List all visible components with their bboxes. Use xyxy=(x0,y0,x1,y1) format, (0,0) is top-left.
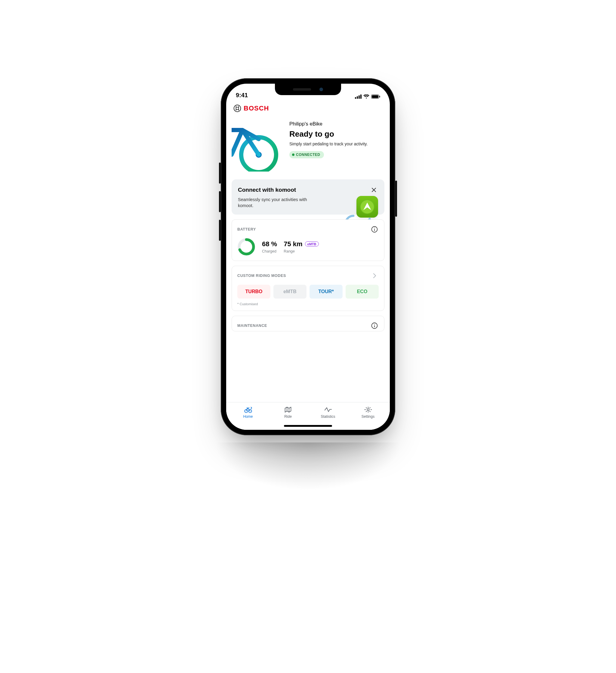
hero-section: Philipp's eBike Ready to go Simply start… xyxy=(232,119,384,175)
close-komoot-card-button[interactable] xyxy=(370,186,378,194)
svg-rect-5 xyxy=(372,95,378,98)
tab-ride[interactable]: Ride xyxy=(268,406,308,419)
svg-point-14 xyxy=(374,228,375,228)
status-time: 9:41 xyxy=(236,92,248,99)
bosch-mark-icon xyxy=(233,104,241,112)
close-icon xyxy=(371,187,377,193)
maintenance-info-button[interactable] xyxy=(370,321,379,330)
svg-rect-0 xyxy=(355,97,356,99)
riding-modes-footnote: * Customised xyxy=(237,302,379,306)
mode-eco[interactable]: ECO xyxy=(346,285,379,298)
battery-section-label: BATTERY xyxy=(237,227,256,231)
home-tab-icon xyxy=(244,406,253,413)
maintenance-section-label: MAINTENANCE xyxy=(237,323,267,328)
connection-status-badge: CONNECTED xyxy=(289,151,324,158)
brand-name: BOSCH xyxy=(244,104,269,112)
svg-point-7 xyxy=(234,105,241,112)
battery-range-stat: 75 km eMTB Range xyxy=(284,240,319,253)
tab-statistics[interactable]: Statistics xyxy=(308,406,348,419)
svg-rect-3 xyxy=(360,94,361,99)
ebike-name: Philipp's eBike xyxy=(289,121,384,127)
brand-logo: BOSCH xyxy=(233,104,269,112)
battery-range-label: Range xyxy=(284,249,319,253)
cellular-icon xyxy=(355,94,361,99)
battery-range-mode-tag: eMTB xyxy=(305,241,319,246)
statistics-tab-icon xyxy=(324,406,333,413)
mode-turbo[interactable]: TURBO xyxy=(237,285,270,298)
home-content[interactable]: Philipp's eBike Ready to go Simply start… xyxy=(226,118,390,402)
battery-percent-value: 68 % xyxy=(262,240,277,248)
tab-ride-label: Ride xyxy=(284,415,292,419)
ebike-illustration xyxy=(232,121,286,172)
battery-ring-icon xyxy=(237,238,255,256)
svg-rect-1 xyxy=(357,96,358,99)
status-right-icons xyxy=(355,94,380,99)
mode-emtb[interactable]: eMTB xyxy=(273,285,306,298)
floor-reflection xyxy=(176,442,440,605)
chevron-right-icon xyxy=(372,273,377,279)
komoot-connect-card[interactable]: Connect with komoot Seamlessly sync your… xyxy=(232,179,384,215)
phone-screen: 9:41 BOSCH xyxy=(226,84,390,430)
hero-title: Ready to go xyxy=(289,130,384,139)
riding-modes-section-label: CUSTOM RIDING MODES xyxy=(237,274,286,278)
mode-tour[interactable]: TOUR* xyxy=(310,285,343,298)
phone-notch xyxy=(275,84,341,95)
phone-mockup-frame: 9:41 BOSCH xyxy=(221,78,395,435)
settings-tab-icon xyxy=(364,406,373,413)
tab-home-label: Home xyxy=(243,415,253,419)
svg-rect-6 xyxy=(379,96,380,97)
wifi-icon xyxy=(363,94,369,99)
battery-percent-label: Charged xyxy=(262,249,277,253)
battery-icon xyxy=(371,94,380,99)
battery-card[interactable]: BATTERY 68 % Charged xyxy=(232,219,384,261)
app-header: BOSCH xyxy=(226,99,390,118)
maintenance-card[interactable]: MAINTENANCE xyxy=(232,316,384,331)
komoot-card-title: Connect with komoot xyxy=(238,187,296,193)
svg-rect-2 xyxy=(358,95,360,99)
battery-info-button[interactable] xyxy=(370,225,379,234)
hero-subtitle: Simply start pedaling to track your acti… xyxy=(289,141,384,147)
home-indicator[interactable] xyxy=(284,425,332,427)
tab-home[interactable]: Home xyxy=(228,406,268,419)
riding-modes-card[interactable]: CUSTOM RIDING MODES TURBO eMTB TOUR* ECO… xyxy=(232,266,384,311)
ride-tab-icon xyxy=(284,406,293,413)
battery-charge-stat: 68 % Charged xyxy=(262,240,277,253)
komoot-card-description: Seamlessly sync your activities with kom… xyxy=(238,197,322,209)
info-icon xyxy=(371,322,378,329)
tab-settings[interactable]: Settings xyxy=(348,406,388,419)
svg-point-19 xyxy=(374,324,375,324)
riding-modes-more-button[interactable] xyxy=(370,271,379,280)
info-icon xyxy=(371,226,378,233)
svg-point-22 xyxy=(367,409,369,411)
tab-statistics-label: Statistics xyxy=(321,415,335,419)
battery-range-value: 75 km xyxy=(284,240,302,248)
tab-settings-label: Settings xyxy=(361,415,374,419)
